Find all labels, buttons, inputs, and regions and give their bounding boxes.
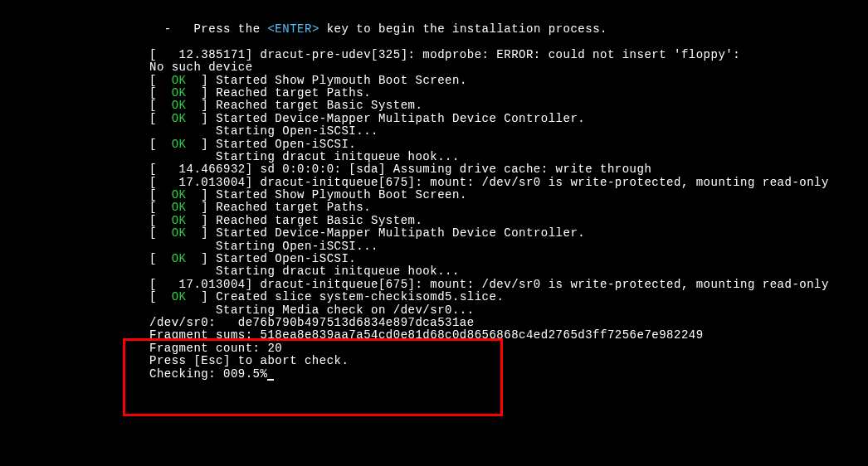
log-line: Starting Open-iSCSI...	[149, 240, 868, 253]
log-line: [ OK ] Started Open-iSCSI.	[149, 253, 868, 265]
bracket-open: [	[149, 201, 172, 214]
log-message: Reached target Paths.	[216, 201, 371, 214]
log-line: [ OK ] Reached target Basic System.	[149, 215, 868, 227]
log-line: [ OK ] Created slice system-checkisomd5.…	[149, 291, 868, 303]
log-message: Reached target Basic System.	[216, 99, 422, 112]
bracket-open: [	[149, 290, 172, 303]
log-message: Started Open-iSCSI.	[216, 252, 356, 265]
ok-status: OK	[172, 201, 187, 214]
bracket-close: ]	[187, 99, 217, 112]
log-message: Started Show Plymouth Boot Screen.	[216, 74, 467, 87]
bracket-close: ]	[187, 138, 217, 151]
log-line: [ OK ] Started Open-iSCSI.	[149, 138, 868, 151]
bracket-close: ]	[187, 86, 217, 100]
bracket-close: ]	[187, 188, 217, 201]
bracket-close: ]	[187, 201, 217, 214]
ok-status: OK	[172, 226, 187, 240]
log-message: Reached target Basic System.	[216, 214, 422, 227]
bracket-close: ]	[187, 226, 217, 240]
bracket-close: ]	[187, 214, 217, 227]
ok-status: OK	[172, 188, 187, 201]
log-line: Starting Open-iSCSI...	[149, 125, 868, 138]
log-line: [ OK ] Reached target Basic System.	[149, 100, 868, 112]
bracket-open: [	[149, 226, 172, 240]
bracket-open: [	[149, 74, 172, 87]
ok-status: OK	[172, 138, 187, 151]
log-message: Reached target Paths.	[216, 86, 371, 100]
cursor	[267, 379, 274, 381]
log-line: No such device	[149, 61, 868, 74]
log-line: Press [Esc] to abort check.	[149, 355, 868, 367]
bracket-open: [	[149, 252, 172, 265]
bracket-close: ]	[187, 74, 217, 87]
log-message: Started Device-Mapper Multipath Device C…	[216, 226, 585, 240]
boot-prompt-line: - Press the <ENTER> key to begin the ins…	[149, 23, 868, 36]
log-line: [ OK ] Started Show Plymouth Boot Screen…	[149, 75, 868, 87]
log-line: Starting Media check on /dev/sr0...	[149, 304, 868, 317]
ok-status: OK	[172, 86, 187, 100]
bracket-open: [	[149, 188, 172, 201]
checking-prefix: Checking:	[149, 367, 223, 381]
bracket-open: [	[149, 99, 172, 112]
ok-status: OK	[172, 290, 187, 303]
log-line: Starting dracut initqueue hook...	[149, 265, 868, 278]
checking-percent: 009.5%	[223, 367, 267, 381]
bracket-open: [	[149, 86, 172, 100]
log-message: Started Show Plymouth Boot Screen.	[216, 188, 467, 201]
log-line: [ 17.013004] dracut-initqueue[675]: moun…	[149, 177, 868, 189]
log-line: [ 14.466932] sd 0:0:0:0: [sda] Assuming …	[149, 163, 868, 176]
log-line: [ OK ] Started Show Plymouth Boot Screen…	[149, 189, 868, 201]
log-message: Created slice system-checkisomd5.slice.	[216, 290, 504, 303]
bracket-open: [	[149, 214, 172, 227]
bracket-open: [	[149, 112, 172, 125]
blank-line	[149, 36, 868, 48]
enter-key-hint: <ENTER>	[267, 22, 319, 36]
bracket-close: ]	[187, 290, 217, 303]
log-line: Fragment sums: 518ea8e839aa7a54cd0e81d68…	[149, 329, 868, 342]
log-line: Starting dracut initqueue hook...	[149, 151, 868, 163]
ok-status: OK	[172, 112, 187, 125]
log-message: Started Open-iSCSI.	[216, 138, 356, 151]
log-line: Fragment count: 20	[149, 342, 868, 355]
ok-status: OK	[172, 99, 187, 112]
log-line: Checking: 009.5%	[149, 368, 868, 381]
bracket-open: [	[149, 138, 172, 151]
ok-status: OK	[172, 252, 187, 265]
log-message: Started Device-Mapper Multipath Device C…	[216, 112, 585, 125]
ok-status: OK	[172, 214, 187, 227]
log-line: [ OK ] Reached target Paths.	[149, 87, 868, 100]
boot-log: [ 12.385171] dracut-pre-udev[325]: modpr…	[149, 49, 868, 381]
ok-status: OK	[172, 74, 187, 87]
bracket-close: ]	[187, 252, 217, 265]
log-line: [ 17.013004] dracut-initqueue[675]: moun…	[149, 279, 868, 291]
bracket-close: ]	[187, 112, 217, 125]
log-line: [ 12.385171] dracut-pre-udev[325]: modpr…	[149, 49, 868, 61]
log-line: [ OK ] Started Device-Mapper Multipath D…	[149, 227, 868, 240]
log-line: /dev/sr0: de76b790b497513d6834e897dca531…	[149, 317, 868, 329]
log-line: [ OK ] Started Device-Mapper Multipath D…	[149, 113, 868, 125]
log-line: [ OK ] Reached target Paths.	[149, 201, 868, 214]
